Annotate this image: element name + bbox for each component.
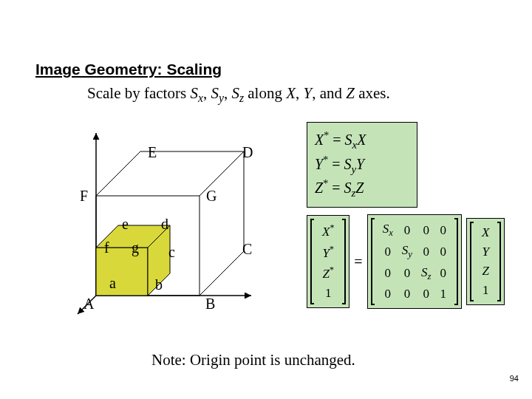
m-13: 0 [417, 219, 435, 241]
lbl-e: e [122, 216, 129, 233]
eq-x-lhs: X [315, 132, 324, 148]
mid: along [244, 84, 286, 102]
m-rhs-y: Y [482, 245, 488, 259]
eq-y: Y* = SyY [315, 154, 409, 176]
eq-y-lhs: Y [315, 155, 323, 171]
svg-line-11 [200, 251, 244, 296]
scalar-equations: X* = SxX Y* = SyY Z* = SzZ [307, 122, 417, 208]
matrix-lhs: X* Y* Z* 1 [307, 215, 349, 308]
m-31: 0 [378, 263, 398, 284]
lbl-B: B [205, 296, 215, 313]
m-lhs-z-s: * [330, 265, 334, 275]
m-lhs-y-s: * [330, 244, 334, 254]
m-41: 0 [378, 284, 398, 304]
m-lhs-x-s: * [330, 222, 334, 233]
eq-y-eq: = [328, 155, 344, 171]
post: axes. [355, 84, 390, 102]
m-sx: S [383, 222, 389, 236]
m-34: 0 [435, 263, 451, 284]
eq-z-eq: = [328, 180, 344, 196]
sep2: , [224, 84, 232, 102]
m-rhs-z: Z [482, 264, 488, 278]
m-rhs-1: 1 [477, 281, 494, 300]
page-number: 94 [510, 374, 519, 383]
m-32: 0 [398, 263, 417, 284]
svg-line-4 [96, 151, 140, 196]
ax-z: Z [346, 84, 355, 102]
lbl-C: C [242, 241, 252, 258]
eq-x-s: S [345, 132, 352, 148]
lbl-b: b [155, 276, 163, 293]
sz: S [231, 84, 239, 102]
subtitle: Scale by factors Sx, Sy, Sz along X, Y, … [87, 84, 390, 105]
m-lhs-1: 1 [318, 284, 338, 303]
m-21: 0 [378, 241, 398, 262]
matrix-equation: X* Y* Z* 1 = Sx000 0Sy00 00Sz0 0001 X Y … [307, 214, 505, 309]
m-14: 0 [435, 219, 451, 241]
sy-sub: y [219, 92, 224, 104]
c2: , and [312, 84, 346, 102]
cube-diagram [74, 126, 266, 318]
m-42: 0 [398, 284, 417, 304]
sx-sub: x [198, 92, 203, 104]
ax-x: X [286, 84, 296, 102]
eq-z-lhs: Z [315, 180, 323, 196]
m-12: 0 [398, 219, 417, 241]
footnote: Note: Origin point is unchanged. [151, 351, 355, 369]
m-43: 0 [417, 284, 435, 304]
subtitle-pre: Scale by factors [87, 84, 190, 102]
ax-y: Y [304, 84, 313, 102]
lbl-a: a [109, 275, 116, 292]
eq-z-rhs: Z [355, 180, 364, 196]
lbl-G: G [206, 188, 216, 205]
lbl-A: A [83, 296, 94, 313]
eq-y-s: S [344, 155, 351, 171]
m-23: 0 [417, 241, 435, 262]
eq-z-s: S [344, 180, 351, 196]
lbl-d: d [161, 216, 168, 233]
lbl-E: E [148, 144, 157, 161]
page-title: Image Geometry: Scaling [35, 61, 222, 78]
eq-y-rhs: Y [356, 155, 364, 171]
sx: S [190, 84, 198, 102]
m-sx-sub: x [389, 228, 393, 238]
c1: , [296, 84, 304, 102]
m-24: 0 [435, 241, 451, 262]
m-sz-sub: z [427, 271, 431, 282]
m-lhs-x: X [322, 225, 330, 239]
sy: S [211, 84, 219, 102]
lbl-f: f [104, 239, 109, 256]
m-44: 1 [435, 284, 451, 304]
lbl-D: D [242, 144, 253, 161]
m-lhs-y: Y [322, 245, 329, 259]
eq-z: Z* = SzZ [315, 178, 409, 200]
matrix-eq-sign: = [354, 253, 362, 270]
lbl-g: g [132, 239, 139, 256]
eq-x-rhs: X [357, 132, 366, 148]
m-rhs-x: X [482, 225, 489, 239]
lbl-F: F [80, 188, 88, 205]
matrix-rhs: X Y Z 1 [466, 218, 505, 305]
eq-x-eq: = [329, 132, 344, 148]
eq-x: X* = SxX [315, 130, 409, 151]
matrix-scale: Sx000 0Sy00 00Sz0 0001 [367, 214, 462, 309]
lbl-c: c [168, 244, 175, 261]
m-lhs-z: Z [322, 267, 329, 281]
sep1: , [203, 84, 211, 102]
m-sy-sub: y [408, 250, 412, 260]
